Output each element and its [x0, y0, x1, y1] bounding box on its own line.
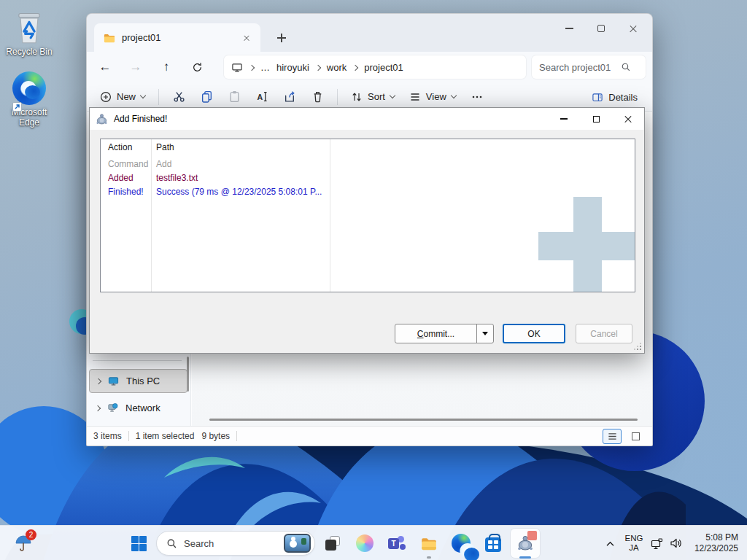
- teams-icon: T: [388, 534, 406, 552]
- sort-button[interactable]: Sort: [344, 85, 402, 109]
- delete-button[interactable]: [303, 85, 331, 109]
- window-maximize-button[interactable]: [585, 17, 617, 40]
- window-close-button[interactable]: [617, 17, 649, 40]
- tortoisesvn-taskbar-button[interactable]: [511, 529, 540, 558]
- teams-button[interactable]: T: [382, 529, 411, 558]
- dialog-close-button[interactable]: [612, 108, 644, 130]
- tab-strip: project01: [87, 14, 652, 52]
- thumbnail-view-toggle[interactable]: [626, 429, 645, 444]
- network-tray-button[interactable]: [648, 529, 667, 558]
- tab-title: project01: [122, 32, 233, 43]
- desktop-icon-label: Microsoft Edge: [1, 107, 58, 128]
- new-button[interactable]: New: [93, 85, 152, 109]
- progress-row-added[interactable]: Added testfile3.txt: [101, 171, 635, 185]
- recycle-bin-icon: [13, 9, 45, 44]
- sidebar-item-this-pc[interactable]: This PC: [89, 369, 187, 393]
- dialog-maximize-button[interactable]: [580, 108, 612, 130]
- status-divider: [128, 431, 129, 441]
- search-box[interactable]: Search project01: [532, 55, 646, 79]
- chevron-down-icon: [451, 93, 457, 98]
- copy-button[interactable]: [193, 85, 220, 109]
- window-minimize-button[interactable]: [553, 17, 585, 40]
- edge-icon: [452, 534, 471, 553]
- breadcrumb-item-project01[interactable]: project01: [364, 62, 403, 73]
- commit-button-label[interactable]: Commit...: [395, 329, 476, 339]
- sort-icon: [351, 91, 363, 103]
- plus-circle-icon: [100, 91, 112, 103]
- view-button[interactable]: View: [402, 85, 463, 109]
- status-bar: 3 items 1 item selected 9 bytes: [87, 426, 652, 446]
- expand-chevron-icon[interactable]: [96, 378, 101, 384]
- ok-button[interactable]: OK: [503, 324, 565, 343]
- chevron-up-icon: [605, 540, 615, 547]
- forward-button[interactable]: →: [123, 55, 148, 79]
- view-button-label: View: [426, 91, 446, 102]
- details-view-toggle[interactable]: [603, 429, 622, 444]
- edge-button[interactable]: [446, 529, 476, 558]
- sidebar-divider: [93, 360, 182, 361]
- more-options-button[interactable]: [463, 85, 491, 109]
- details-button-label: Details: [608, 92, 638, 103]
- search-highlight-image[interactable]: [284, 534, 311, 553]
- breadcrumb-item-hiroyuki[interactable]: hiroyuki: [276, 62, 309, 73]
- sidebar-scrollbar-thumb[interactable]: [187, 357, 189, 392]
- toolbar-divider: [158, 89, 159, 105]
- back-button[interactable]: ←: [93, 55, 117, 79]
- dialog-minimize-button[interactable]: [548, 108, 580, 130]
- dialog-titlebar[interactable]: Add Finished!: [90, 108, 644, 130]
- sidebar-item-label: Network: [125, 402, 160, 413]
- refresh-button[interactable]: [185, 55, 209, 79]
- file-explorer-button[interactable]: [414, 529, 444, 558]
- desktop-icon-edge[interactable]: Microsoft Edge: [1, 71, 58, 128]
- active-indicator: [519, 556, 531, 559]
- running-indicator: [427, 556, 431, 559]
- tab-close-button[interactable]: [239, 30, 255, 46]
- this-pc-icon[interactable]: [231, 62, 243, 73]
- progress-row-command[interactable]: Command Add: [101, 158, 635, 171]
- rename-button[interactable]: A: [248, 85, 276, 109]
- navigation-bar: ← → ↑ … hiroyuki work project01 Search p…: [87, 52, 652, 82]
- start-button[interactable]: [124, 529, 153, 558]
- up-button[interactable]: ↑: [154, 55, 179, 79]
- share-button[interactable]: [276, 85, 303, 109]
- new-tab-button[interactable]: [274, 30, 290, 46]
- details-pane-button[interactable]: Details: [586, 85, 643, 109]
- sidebar-item-network[interactable]: Network: [89, 396, 187, 420]
- copilot-icon: [356, 534, 374, 552]
- clock[interactable]: 5:08 PM 12/23/2025: [686, 529, 743, 558]
- taskbar-search[interactable]: Search: [156, 531, 315, 556]
- expand-chevron-icon[interactable]: [95, 405, 101, 411]
- column-header-path[interactable]: Path: [156, 142, 174, 152]
- resize-grip[interactable]: [635, 344, 641, 350]
- copilot-button[interactable]: [350, 529, 379, 558]
- breadcrumb: … hiroyuki work project01: [224, 55, 526, 79]
- commit-split-button[interactable]: Commit...: [395, 324, 494, 343]
- chevron-right-icon: [249, 64, 255, 70]
- column-header-action[interactable]: Action: [108, 142, 132, 152]
- chevron-down-icon: [390, 93, 395, 98]
- taskbar: 2 Search T: [0, 525, 747, 560]
- cut-button[interactable]: [165, 85, 193, 109]
- breadcrumb-ellipsis[interactable]: …: [260, 62, 270, 73]
- volume-tray-button[interactable]: [667, 529, 686, 558]
- thumbnail-view-icon: [632, 432, 640, 440]
- commit-dropdown-arrow[interactable]: [476, 324, 493, 343]
- paste-button[interactable]: [220, 85, 248, 109]
- folder-icon: [103, 32, 116, 44]
- progress-list[interactable]: Action Path Command Add Added testfile3.…: [100, 139, 635, 292]
- view-icon: [409, 91, 421, 103]
- add-watermark-icon: [538, 197, 635, 292]
- widgets-button[interactable]: 2: [9, 529, 38, 558]
- tray-date: 12/23/2025: [694, 543, 738, 554]
- store-button[interactable]: [479, 529, 508, 558]
- speaker-icon: [670, 537, 683, 549]
- language-indicator[interactable]: ENG JA: [620, 529, 648, 558]
- toolbar-divider: [337, 89, 338, 105]
- breadcrumb-item-work[interactable]: work: [327, 62, 347, 73]
- task-view-button[interactable]: [318, 529, 347, 558]
- tab-project01[interactable]: project01: [94, 23, 260, 52]
- tray-chevron-button[interactable]: [600, 529, 620, 558]
- search-placeholder: Search project01: [539, 62, 621, 73]
- horizontal-scrollbar-thumb[interactable]: [209, 419, 638, 421]
- desktop-icon-recycle-bin[interactable]: Recycle Bin: [1, 9, 58, 57]
